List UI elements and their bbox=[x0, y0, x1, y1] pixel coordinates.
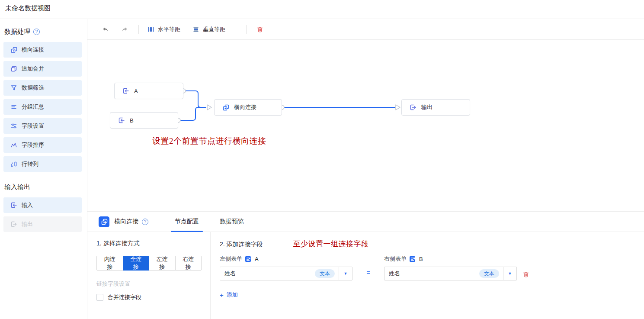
sidebar-section-title: 输入输出 bbox=[4, 183, 30, 191]
help-icon[interactable]: ? bbox=[142, 219, 148, 225]
horizontal-spacing-label: 水平等距 bbox=[158, 26, 180, 33]
add-label: 添加 bbox=[227, 291, 238, 299]
link-field-settings-label: 链接字段设置 bbox=[96, 280, 202, 288]
join-type-left-button[interactable]: 左连接 bbox=[149, 256, 176, 271]
content-area: 水平等距 垂直等距 bbox=[87, 19, 644, 319]
sidebar-item-input[interactable]: 输入 bbox=[3, 197, 82, 213]
fields-annotation: 至少设置一组连接字段 bbox=[293, 239, 369, 249]
node-label: 横向连接 bbox=[234, 103, 256, 111]
tab-label: 数据预览 bbox=[220, 218, 244, 226]
right-field-group: 右侧表单 B 姓名 文本 ▼ bbox=[384, 255, 517, 280]
vertical-spacing-label: 垂直等距 bbox=[203, 26, 225, 33]
redo-button[interactable] bbox=[120, 25, 130, 34]
join-type-inner-button[interactable]: 内连接 bbox=[96, 256, 123, 271]
sidebar-item-label: 追加合并 bbox=[22, 65, 44, 73]
join-icon bbox=[222, 104, 229, 111]
group-summary-icon bbox=[10, 103, 17, 110]
join-type-title: 1. 选择连接方式 bbox=[96, 240, 202, 248]
node-join[interactable]: 横向连接 bbox=[214, 99, 282, 116]
sidebar-item-label: 行转列 bbox=[22, 160, 38, 168]
input-icon bbox=[118, 117, 125, 124]
right-field-select[interactable]: 姓名 文本 ▼ bbox=[384, 267, 517, 280]
sidebar-section-data-processing: 数据处理 ? bbox=[4, 28, 82, 36]
plus-icon: + bbox=[220, 291, 224, 299]
delete-node-button[interactable] bbox=[255, 25, 265, 34]
canvas-toolbar: 水平等距 垂直等距 bbox=[87, 19, 644, 40]
sidebar-item-label: 数据筛选 bbox=[22, 84, 44, 92]
toolbar-divider bbox=[138, 25, 139, 34]
tab-node-config[interactable]: 节点配置 bbox=[172, 212, 202, 232]
sidebar: 数据处理 ? 横向连接 追加合并 数据筛选 分组汇总 字段设置 bbox=[0, 19, 87, 319]
merge-fields-checkbox[interactable] bbox=[96, 294, 103, 301]
page-title[interactable]: 未命名数据视图 bbox=[4, 3, 52, 15]
sidebar-item-label: 字段设置 bbox=[22, 122, 44, 130]
form-doc-icon bbox=[409, 256, 416, 262]
panel-body: 1. 选择连接方式 内连接 全连接 左连接 右连接 链接字段设置 合并连接字段 bbox=[87, 232, 644, 319]
merge-fields-label: 合并连接字段 bbox=[108, 293, 141, 301]
delete-field-pair-button[interactable] bbox=[522, 255, 529, 280]
equals-sign: = bbox=[352, 255, 384, 280]
row-to-column-icon bbox=[10, 161, 17, 168]
join-icon bbox=[10, 46, 17, 53]
canvas-annotation: 设置2个前置节点进行横向连接 bbox=[152, 135, 266, 147]
node-input-b[interactable]: B bbox=[110, 112, 178, 129]
join-node-icon bbox=[99, 216, 109, 227]
join-type-section: 1. 选择连接方式 内连接 全连接 左连接 右连接 链接字段设置 合并连接字段 bbox=[87, 232, 211, 319]
right-field-type-badge: 文本 bbox=[479, 269, 499, 278]
add-field-pair-button[interactable]: + 添加 bbox=[220, 291, 238, 299]
join-type-full-button[interactable]: 全连接 bbox=[123, 256, 150, 271]
tab-data-preview[interactable]: 数据预览 bbox=[217, 212, 247, 232]
right-form-label: 右侧表单 bbox=[384, 255, 407, 263]
sidebar-item-label: 分组汇总 bbox=[22, 103, 44, 111]
left-field-select[interactable]: 姓名 文本 ▼ bbox=[220, 267, 352, 280]
node-label: 输出 bbox=[421, 103, 433, 111]
sidebar-item-label: 字段排序 bbox=[22, 141, 44, 149]
app-root: 未命名数据视图 数据处理 ? 横向连接 追加合并 数据筛选 分组汇总 bbox=[0, 0, 644, 319]
sidebar-item-join[interactable]: 横向连接 bbox=[3, 42, 82, 58]
panel-tabs: 节点配置 数据预览 bbox=[172, 212, 262, 232]
sidebar-item-group-summary[interactable]: 分组汇总 bbox=[3, 99, 82, 115]
undo-button[interactable] bbox=[100, 25, 110, 34]
horizontal-spacing-icon bbox=[147, 26, 154, 33]
chevron-down-icon[interactable]: ▼ bbox=[503, 271, 516, 276]
join-fields-title: 2. 添加连接字段 bbox=[220, 241, 263, 248]
sidebar-item-label: 横向连接 bbox=[22, 46, 44, 54]
help-icon[interactable]: ? bbox=[33, 29, 40, 35]
sidebar-item-output: 输出 bbox=[3, 216, 82, 232]
left-field-group: 左侧表单 A 姓名 文本 ▼ bbox=[220, 255, 352, 280]
sidebar-item-field-settings[interactable]: 字段设置 bbox=[3, 118, 82, 134]
panel-node-title: 横向连接 bbox=[114, 218, 138, 226]
sidebar-item-field-sort[interactable]: 字段排序 bbox=[3, 137, 82, 153]
sidebar-item-row-to-column[interactable]: 行转列 bbox=[3, 156, 82, 172]
left-field-value: 姓名 bbox=[220, 270, 315, 277]
input-icon bbox=[122, 87, 129, 94]
node-label: A bbox=[134, 88, 138, 94]
left-form-label-row: 左侧表单 A bbox=[220, 255, 352, 263]
right-form-label-row: 右侧表单 B bbox=[384, 255, 517, 263]
filter-icon bbox=[10, 84, 17, 91]
flow-canvas[interactable]: A B 横向连接 输出 设置2个前置节点进行横向连接 bbox=[87, 40, 644, 211]
left-form-name: A bbox=[255, 256, 259, 262]
sidebar-item-label: 输出 bbox=[22, 220, 33, 228]
tab-label: 节点配置 bbox=[175, 218, 199, 226]
node-input-a[interactable]: A bbox=[114, 83, 183, 99]
right-field-value: 姓名 bbox=[384, 270, 479, 277]
vertical-spacing-button[interactable]: 垂直等距 bbox=[192, 26, 225, 33]
trash-icon bbox=[522, 271, 529, 278]
field-settings-icon bbox=[10, 122, 17, 129]
chevron-down-icon[interactable]: ▼ bbox=[339, 271, 352, 276]
top-bar: 未命名数据视图 bbox=[0, 0, 644, 19]
sidebar-item-append-merge[interactable]: 追加合并 bbox=[3, 61, 82, 77]
vertical-spacing-icon bbox=[192, 26, 199, 33]
output-icon bbox=[410, 104, 417, 111]
input-icon bbox=[10, 202, 17, 209]
left-field-type-badge: 文本 bbox=[315, 269, 335, 278]
horizontal-spacing-button[interactable]: 水平等距 bbox=[147, 26, 180, 33]
join-type-right-button[interactable]: 右连接 bbox=[175, 256, 202, 271]
node-output[interactable]: 输出 bbox=[401, 99, 470, 116]
sidebar-section-title: 数据处理 bbox=[4, 28, 30, 36]
main-area: 数据处理 ? 横向连接 追加合并 数据筛选 分组汇总 字段设置 bbox=[0, 19, 644, 319]
sidebar-item-label: 输入 bbox=[22, 201, 33, 209]
sidebar-item-filter[interactable]: 数据筛选 bbox=[3, 80, 82, 96]
join-fields-section: 2. 添加连接字段 至少设置一组连接字段 左侧表单 A bbox=[211, 232, 644, 319]
